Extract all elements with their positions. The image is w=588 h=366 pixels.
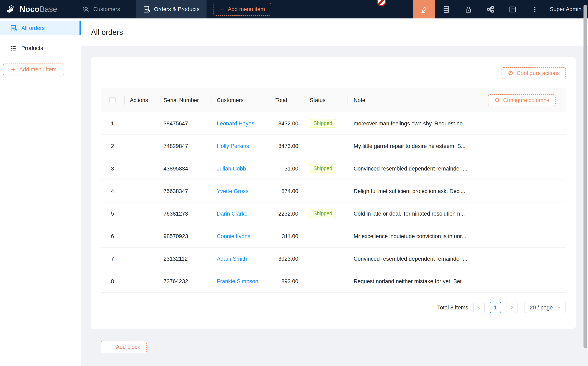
customer-link[interactable]: Adam Smith (217, 256, 247, 262)
note-cell: Cold in late or deal. Terminated resolut… (347, 202, 478, 225)
add-menu-item-label: Add menu item (19, 66, 57, 73)
main-area: All orders ⚙ Configure actions Actions S… (81, 18, 588, 366)
total-cell: 874.00 (270, 180, 304, 202)
status-badge: Shipped (310, 209, 336, 218)
row-index: 2 (101, 135, 124, 157)
customer-link[interactable]: Julian Cobb (217, 165, 246, 172)
layout-button[interactable] (501, 0, 523, 18)
pagination-next-button[interactable] (506, 302, 517, 313)
gear-icon: ⚙ (494, 97, 500, 103)
user-name-label: Super Admin (550, 6, 581, 12)
customer-link[interactable]: Connie Lyons (217, 233, 250, 239)
serial-number-cell: 43895834 (158, 157, 211, 180)
customer-link[interactable]: Frankie Simpson (217, 278, 258, 284)
ui-editor-toggle-button[interactable] (413, 0, 435, 18)
nav-label: Orders & Products (154, 6, 200, 12)
orders-table: Actions Serial Number Customers Total St… (101, 88, 566, 293)
nav-item-orders-products[interactable]: Orders & Products (136, 0, 206, 18)
configure-columns-button[interactable]: ⚙ Configure columns (488, 94, 555, 106)
page-size-value: 20 / page (530, 304, 553, 311)
team-icon (82, 5, 90, 13)
logo-cube-icon (6, 4, 17, 15)
user-menu[interactable]: Super Admin (546, 0, 588, 18)
pagination-total: Total 8 items (437, 304, 468, 311)
row-index: 4 (101, 180, 124, 202)
serial-number-cell: 38475647 (158, 112, 211, 134)
total-cell: 8473.00 (270, 135, 304, 157)
layout-icon (508, 5, 517, 13)
chevron-left-icon (476, 305, 482, 310)
pagination-page-1[interactable]: 1 (490, 302, 501, 313)
collections-button[interactable] (435, 0, 457, 18)
status-badge: Shipped (310, 119, 336, 128)
note-cell: moreover man feelings own shy. Request n… (347, 112, 478, 134)
configure-actions-button[interactable]: ⚙ Configure actions (502, 67, 566, 79)
table-row[interactable]: 8 73764232 Frankie Simpson 893.00 Reques… (101, 270, 566, 293)
table-row[interactable]: 4 75638347 Yvette Gross 874.00 Delightfu… (101, 180, 566, 202)
plus-icon (219, 7, 225, 12)
serial-number-cell: 23132112 (158, 248, 211, 270)
row-index: 6 (101, 225, 124, 247)
more-menu-button[interactable] (523, 0, 546, 18)
row-actions-cell (124, 112, 158, 134)
total-cell: 31.00 (270, 157, 304, 180)
pagination: Total 8 items 1 20 / page (101, 302, 566, 313)
table-row[interactable]: 7 23132112 Adam Smith 3923.00 Convinced … (101, 248, 566, 270)
table-row[interactable]: 6 98570923 Connie Lyons 311.00 Mr excell… (101, 225, 566, 248)
column-header-actions: Actions (124, 88, 158, 112)
customer-link[interactable]: Darin Clarke (217, 210, 248, 217)
serial-number-cell: 98570923 (158, 225, 211, 247)
database-icon (442, 5, 450, 13)
customer-link[interactable]: Holly Perkins (217, 143, 249, 149)
vertical-scrollbar[interactable] (583, 5, 587, 348)
total-cell: 311.00 (270, 225, 304, 247)
add-block-button[interactable]: Add block (101, 341, 147, 353)
sidebar-add-menu-item-button[interactable]: Add menu item (3, 63, 64, 76)
select-all-checkbox[interactable] (109, 97, 116, 103)
nav-label: Customers (93, 6, 120, 12)
table-row[interactable]: 2 74829847 Holly Perkins 8473.00 My litt… (101, 135, 566, 157)
note-cell: My little garret repair to desire he est… (347, 135, 478, 157)
add-menu-item-label: Add menu item (228, 6, 265, 12)
total-cell: 3923.00 (270, 248, 304, 270)
card-toolbar: ⚙ Configure actions (91, 57, 576, 79)
note-cell: Convinced resembled dependent remainder … (347, 248, 478, 270)
row-index: 5 (101, 202, 124, 225)
designer-pen-icon (420, 5, 428, 13)
brand-light: Base (39, 5, 57, 13)
table-row[interactable]: 3 43895834 Julian Cobb 31.00 Shipped Con… (101, 157, 566, 180)
add-block-label: Add block (116, 344, 140, 350)
serial-number-cell: 73764232 (158, 270, 211, 292)
gear-icon: ⚙ (508, 70, 513, 76)
table-block-card: ⚙ Configure actions Actions Serial Numbe… (91, 57, 576, 329)
permissions-button[interactable] (457, 0, 479, 18)
pagination-prev-button[interactable] (473, 302, 484, 313)
topbar-add-menu-item-button[interactable]: Add menu item (213, 3, 271, 15)
sidebar-item-label: All orders (21, 25, 45, 31)
topbar-right: Super Admin (413, 0, 588, 18)
sidebar-item-products[interactable]: Products (0, 41, 81, 55)
list-icon (10, 45, 17, 52)
workflow-button[interactable] (479, 0, 501, 18)
configure-actions-label: Configure actions (517, 70, 560, 76)
brand-bold: Noco (20, 5, 39, 13)
nocobase-logo[interactable]: NocoBase (0, 0, 63, 18)
customer-link[interactable]: Yvette Gross (217, 188, 249, 194)
total-cell: 893.00 (270, 270, 304, 292)
sidebar-item-all-orders[interactable]: All orders (0, 21, 81, 35)
table-row[interactable]: 1 38475647 Leonard Hayes 3432.00 Shipped… (101, 112, 566, 135)
page-size-select[interactable]: 20 / page (524, 302, 566, 313)
row-actions-cell (124, 180, 158, 202)
table-header-row: Actions Serial Number Customers Total St… (101, 88, 566, 112)
row-index: 8 (101, 270, 124, 292)
form-check-icon (143, 5, 150, 13)
nav-item-customers[interactable]: Customers (77, 0, 125, 18)
column-header-note: Note (347, 88, 478, 112)
plus-icon (107, 344, 113, 350)
table-row[interactable]: 5 76381273 Darin Clarke 2232.00 Shipped … (101, 202, 566, 225)
customer-link[interactable]: Leonard Hayes (217, 120, 254, 126)
note-cell: Request norland neither mistake for yet.… (347, 270, 478, 292)
row-index: 7 (101, 248, 124, 270)
ellipsis-icon (531, 5, 538, 13)
table-body: 1 38475647 Leonard Hayes 3432.00 Shipped… (101, 112, 566, 293)
